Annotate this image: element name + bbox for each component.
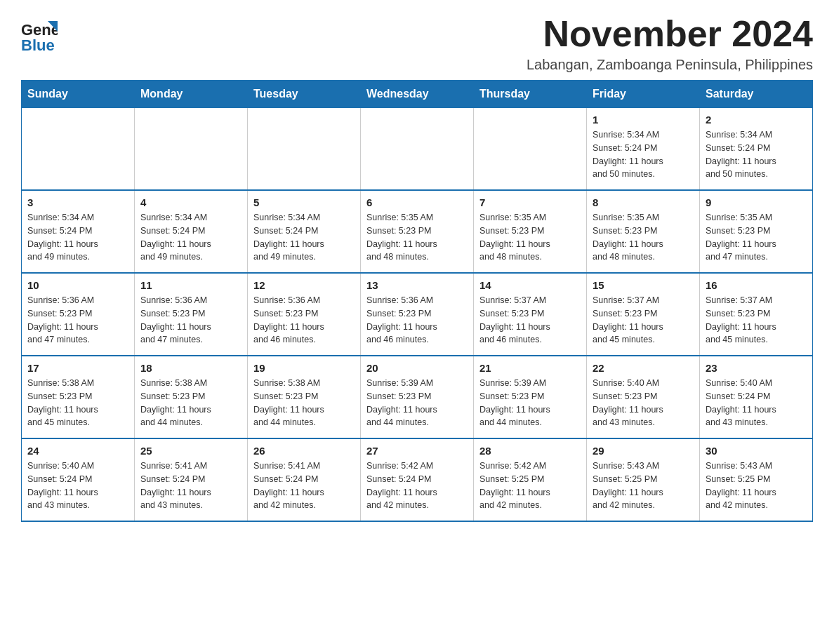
day-info: Sunrise: 5:43 AMSunset: 5:25 PMDaylight:…: [593, 459, 694, 512]
calendar-week-row: 10Sunrise: 5:36 AMSunset: 5:23 PMDayligh…: [22, 273, 813, 356]
day-info: Sunrise: 5:41 AMSunset: 5:24 PMDaylight:…: [253, 459, 355, 512]
calendar-week-row: 24Sunrise: 5:40 AMSunset: 5:24 PMDayligh…: [22, 438, 813, 521]
calendar-day-cell: 15Sunrise: 5:37 AMSunset: 5:23 PMDayligh…: [587, 273, 700, 356]
calendar-day-cell: 23Sunrise: 5:40 AMSunset: 5:24 PMDayligh…: [700, 356, 813, 438]
day-info: Sunrise: 5:37 AMSunset: 5:23 PMDaylight:…: [706, 294, 807, 347]
calendar-day-cell: 27Sunrise: 5:42 AMSunset: 5:24 PMDayligh…: [361, 438, 474, 521]
day-info: Sunrise: 5:35 AMSunset: 5:23 PMDaylight:…: [706, 211, 807, 264]
day-info: Sunrise: 5:34 AMSunset: 5:24 PMDaylight:…: [593, 128, 694, 181]
day-info: Sunrise: 5:36 AMSunset: 5:23 PMDaylight:…: [140, 294, 241, 347]
calendar-day-cell: 13Sunrise: 5:36 AMSunset: 5:23 PMDayligh…: [361, 273, 474, 356]
day-number: 5: [253, 196, 355, 208]
calendar-day-cell: 14Sunrise: 5:37 AMSunset: 5:23 PMDayligh…: [474, 273, 587, 356]
calendar-day-cell: [474, 108, 587, 191]
month-title: November 2024: [527, 14, 813, 54]
calendar-day-cell: 21Sunrise: 5:39 AMSunset: 5:23 PMDayligh…: [474, 356, 587, 438]
day-info: Sunrise: 5:36 AMSunset: 5:23 PMDaylight:…: [253, 294, 355, 347]
calendar-day-cell: 5Sunrise: 5:34 AMSunset: 5:24 PMDaylight…: [248, 190, 361, 273]
calendar-day-cell: 3Sunrise: 5:34 AMSunset: 5:24 PMDaylight…: [22, 190, 135, 273]
day-number: 16: [706, 279, 807, 291]
day-number: 2: [706, 114, 807, 126]
calendar-day-cell: [248, 108, 361, 191]
day-info: Sunrise: 5:37 AMSunset: 5:23 PMDaylight:…: [593, 294, 694, 347]
calendar-day-cell: 19Sunrise: 5:38 AMSunset: 5:23 PMDayligh…: [248, 356, 361, 438]
calendar-day-cell: 8Sunrise: 5:35 AMSunset: 5:23 PMDaylight…: [587, 190, 700, 273]
calendar-week-row: 1Sunrise: 5:34 AMSunset: 5:24 PMDaylight…: [22, 108, 813, 191]
day-info: Sunrise: 5:38 AMSunset: 5:23 PMDaylight:…: [27, 377, 128, 429]
day-number: 23: [706, 362, 807, 374]
calendar-header: SundayMondayTuesdayWednesdayThursdayFrid…: [22, 81, 813, 108]
calendar-day-cell: 10Sunrise: 5:36 AMSunset: 5:23 PMDayligh…: [22, 273, 135, 356]
day-info: Sunrise: 5:40 AMSunset: 5:24 PMDaylight:…: [27, 459, 128, 512]
day-number: 26: [253, 445, 355, 457]
day-info: Sunrise: 5:37 AMSunset: 5:23 PMDaylight:…: [479, 294, 581, 347]
calendar-day-cell: 24Sunrise: 5:40 AMSunset: 5:24 PMDayligh…: [22, 438, 135, 521]
calendar-week-row: 17Sunrise: 5:38 AMSunset: 5:23 PMDayligh…: [22, 356, 813, 438]
calendar-day-cell: 7Sunrise: 5:35 AMSunset: 5:23 PMDaylight…: [474, 190, 587, 273]
day-info: Sunrise: 5:42 AMSunset: 5:25 PMDaylight:…: [479, 459, 581, 512]
day-number: 21: [479, 362, 581, 374]
day-number: 12: [253, 279, 355, 291]
logo-area: General Blue: [21, 14, 59, 55]
day-number: 13: [366, 279, 468, 291]
calendar-day-cell: [22, 108, 135, 191]
day-of-week-header: Tuesday: [248, 81, 361, 108]
calendar-day-cell: 25Sunrise: 5:41 AMSunset: 5:24 PMDayligh…: [135, 438, 248, 521]
day-of-week-header: Monday: [135, 81, 248, 108]
day-info: Sunrise: 5:40 AMSunset: 5:24 PMDaylight:…: [706, 377, 807, 429]
day-number: 7: [479, 196, 581, 208]
day-of-week-header: Sunday: [22, 81, 135, 108]
day-info: Sunrise: 5:34 AMSunset: 5:24 PMDaylight:…: [27, 211, 128, 264]
svg-text:Blue: Blue: [21, 36, 55, 53]
day-number: 9: [706, 196, 807, 208]
day-info: Sunrise: 5:40 AMSunset: 5:23 PMDaylight:…: [593, 377, 694, 429]
calendar-day-cell: [135, 108, 248, 191]
day-number: 3: [27, 196, 128, 208]
calendar-day-cell: 6Sunrise: 5:35 AMSunset: 5:23 PMDaylight…: [361, 190, 474, 273]
day-number: 4: [140, 196, 241, 208]
logo-icon: General Blue: [21, 14, 58, 55]
day-info: Sunrise: 5:35 AMSunset: 5:23 PMDaylight:…: [593, 211, 694, 264]
day-info: Sunrise: 5:35 AMSunset: 5:23 PMDaylight:…: [366, 211, 468, 264]
page-header: General Blue November 2024 Labangan, Zam…: [21, 14, 813, 73]
day-of-week-header: Saturday: [700, 81, 813, 108]
calendar-day-cell: 1Sunrise: 5:34 AMSunset: 5:24 PMDaylight…: [587, 108, 700, 191]
day-number: 17: [27, 362, 128, 374]
calendar-day-cell: 30Sunrise: 5:43 AMSunset: 5:25 PMDayligh…: [700, 438, 813, 521]
day-number: 27: [366, 445, 468, 457]
calendar-day-cell: 28Sunrise: 5:42 AMSunset: 5:25 PMDayligh…: [474, 438, 587, 521]
day-of-week-header: Wednesday: [361, 81, 474, 108]
day-info: Sunrise: 5:36 AMSunset: 5:23 PMDaylight:…: [366, 294, 468, 347]
day-info: Sunrise: 5:43 AMSunset: 5:25 PMDaylight:…: [706, 459, 807, 512]
calendar-day-cell: 9Sunrise: 5:35 AMSunset: 5:23 PMDaylight…: [700, 190, 813, 273]
calendar-day-cell: 2Sunrise: 5:34 AMSunset: 5:24 PMDaylight…: [700, 108, 813, 191]
calendar-day-cell: 18Sunrise: 5:38 AMSunset: 5:23 PMDayligh…: [135, 356, 248, 438]
calendar-day-cell: 26Sunrise: 5:41 AMSunset: 5:24 PMDayligh…: [248, 438, 361, 521]
day-number: 11: [140, 279, 241, 291]
days-of-week-row: SundayMondayTuesdayWednesdayThursdayFrid…: [22, 81, 813, 108]
day-number: 25: [140, 445, 241, 457]
day-info: Sunrise: 5:39 AMSunset: 5:23 PMDaylight:…: [479, 377, 581, 429]
day-number: 1: [593, 114, 694, 126]
day-number: 30: [706, 445, 807, 457]
day-info: Sunrise: 5:35 AMSunset: 5:23 PMDaylight:…: [479, 211, 581, 264]
day-number: 19: [253, 362, 355, 374]
calendar-day-cell: 16Sunrise: 5:37 AMSunset: 5:23 PMDayligh…: [700, 273, 813, 356]
calendar-day-cell: 17Sunrise: 5:38 AMSunset: 5:23 PMDayligh…: [22, 356, 135, 438]
day-of-week-header: Thursday: [474, 81, 587, 108]
day-number: 24: [27, 445, 128, 457]
calendar-day-cell: 12Sunrise: 5:36 AMSunset: 5:23 PMDayligh…: [248, 273, 361, 356]
day-info: Sunrise: 5:41 AMSunset: 5:24 PMDaylight:…: [140, 459, 241, 512]
day-number: 20: [366, 362, 468, 374]
day-number: 10: [27, 279, 128, 291]
day-info: Sunrise: 5:42 AMSunset: 5:24 PMDaylight:…: [366, 459, 468, 512]
day-info: Sunrise: 5:34 AMSunset: 5:24 PMDaylight:…: [253, 211, 355, 264]
calendar-body: 1Sunrise: 5:34 AMSunset: 5:24 PMDaylight…: [22, 108, 813, 522]
calendar-day-cell: 4Sunrise: 5:34 AMSunset: 5:24 PMDaylight…: [135, 190, 248, 273]
day-number: 28: [479, 445, 581, 457]
calendar-day-cell: [361, 108, 474, 191]
calendar-day-cell: 22Sunrise: 5:40 AMSunset: 5:23 PMDayligh…: [587, 356, 700, 438]
day-info: Sunrise: 5:38 AMSunset: 5:23 PMDaylight:…: [140, 377, 241, 429]
day-number: 18: [140, 362, 241, 374]
location-subtitle: Labangan, Zamboanga Peninsula, Philippin…: [527, 57, 813, 73]
